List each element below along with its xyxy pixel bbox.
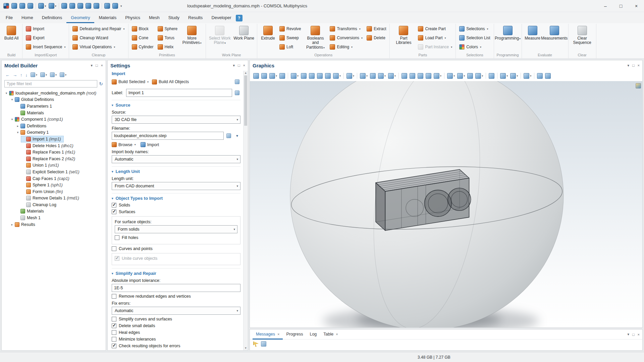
button-build-all[interactable]: Build All [2, 24, 20, 41]
button-conversions[interactable]: Conversions▾ [328, 34, 364, 42]
button-transforms[interactable]: Transforms▾ [328, 24, 364, 33]
tree-item-materials[interactable]: Materials [15, 110, 47, 116]
expand-open-icon[interactable]: ▾ [4, 92, 9, 95]
open-file-button[interactable] [225, 132, 232, 139]
expand-open-icon[interactable]: ▾ [10, 118, 14, 121]
back-button[interactable]: ← [4, 72, 11, 78]
tree-item-sphere-1[interactable]: Sphere 1 (sph1) [21, 182, 65, 188]
open-file-button[interactable] [11, 3, 17, 9]
settings-scrollbar[interactable]: ▲ ▼ [243, 71, 248, 350]
cut-button[interactable] [61, 3, 67, 9]
copy-button[interactable] [69, 3, 75, 9]
rename-button[interactable] [234, 89, 240, 97]
save-as-button[interactable] [28, 3, 33, 9]
length-unit-select[interactable]: From CAD document ▾ [112, 182, 240, 190]
chevron-down-icon[interactable]: ▾ [233, 63, 235, 68]
tree-item-union-1[interactable]: Union 1 (uni1) [21, 162, 62, 169]
close-icon[interactable]: × [336, 332, 338, 336]
tree-item-delete-holes-1[interactable]: Delete Holes 1 (dho1) [21, 142, 76, 149]
help-button[interactable]: ? [236, 15, 243, 21]
snapshot-button[interactable] [536, 72, 543, 79]
move-down-button[interactable]: ↓ [24, 72, 29, 78]
button-extrude[interactable]: Extrude [259, 24, 277, 41]
grid-button[interactable] [488, 72, 495, 79]
checkbox-heal-edges[interactable]: Heal edges [112, 330, 240, 335]
tree-item-loudspeaker-modeling-domains-mph[interactable]: ▾loudspeaker_modeling_domains.mph (root) [4, 90, 99, 97]
button-import[interactable]: Import [24, 24, 67, 33]
customize-quick-access-button[interactable]: ▾ [120, 4, 122, 8]
save-button[interactable] [19, 3, 25, 9]
transparency-button[interactable]: ▾ [457, 72, 466, 79]
button-defeaturing-and-repair[interactable]: Defeaturing and Repair▾ [71, 24, 126, 33]
tree-item-results[interactable]: ▸Results [9, 221, 38, 228]
tree-item-cap-faces-1[interactable]: Cap Faces 1 (cap1) [21, 175, 72, 182]
clip-plane-button[interactable]: ▾ [433, 72, 442, 79]
box-select-button[interactable] [369, 72, 376, 79]
camera-projection-button[interactable] [324, 72, 331, 79]
button-booleans-and-partitions[interactable]: Booleans and Partitions▾ [303, 24, 327, 50]
zoom-in-button[interactable] [253, 72, 260, 79]
button-more-primitives[interactable]: More Primitives▾ [180, 24, 204, 46]
button-create-part[interactable]: Create Part [416, 24, 454, 33]
tree-item-component-1[interactable]: ▾Component 1 (comp1) [9, 116, 65, 123]
filter-button[interactable]: ▾ [59, 72, 67, 77]
close-icon[interactable]: × [101, 63, 103, 67]
tree-item-mesh-1[interactable]: Mesh 1 [15, 215, 43, 221]
float-icon[interactable]: □ [632, 333, 635, 337]
float-icon[interactable]: □ [238, 63, 240, 67]
collapse-expand-button[interactable]: ▾ [49, 72, 58, 77]
tree-item-remove-details-1[interactable]: Remove Details 1 (rmd1) [21, 195, 82, 202]
lasso-select-button[interactable]: ▾ [377, 72, 386, 79]
duplicate-button[interactable] [86, 3, 91, 9]
surface-objects-select[interactable]: Form solids ▾ [115, 225, 237, 233]
tree-item-materials[interactable]: Materials [15, 208, 47, 215]
button-load-part[interactable]: Load Part▾ [416, 34, 454, 42]
menu-tab-geometry[interactable]: Geometry [66, 13, 94, 23]
body-names-select[interactable]: Automatic ▾ [112, 155, 240, 163]
tree-item-global-definitions[interactable]: ▾Global Definitions [9, 97, 57, 103]
build-selected-button[interactable]: Build Selected ▾ [112, 79, 149, 84]
checkbox-solids[interactable]: Solids [112, 203, 240, 207]
tree-item-explicit-selection-1[interactable]: Explicit Selection 1 (sel1) [21, 169, 82, 175]
checkbox-curves-and-points[interactable]: Curves and points [112, 246, 240, 251]
menu-tab-materials[interactable]: Materials [94, 13, 121, 23]
close-icon[interactable]: × [638, 333, 640, 337]
tree-item-import-1[interactable]: Import 1 (imp1) [21, 136, 64, 142]
comsol-app-button[interactable] [3, 3, 9, 9]
redo-button[interactable]: ▾ [49, 3, 57, 9]
build-all-qat-button[interactable] [104, 3, 110, 9]
menu-tab-home[interactable]: Home [17, 13, 38, 23]
button-extract[interactable]: Extract [365, 24, 388, 33]
view-faces-button[interactable] [425, 72, 432, 79]
expand-open-icon[interactable]: ▾ [15, 131, 20, 134]
scroll-up-icon[interactable]: ▲ [244, 71, 248, 74]
button-revolve[interactable]: Revolve [278, 24, 303, 33]
button-export[interactable]: Export [24, 34, 67, 42]
select-mode-button[interactable]: ▾ [359, 72, 368, 79]
button-part-libraries[interactable]: Part Libraries [391, 24, 416, 46]
button-block[interactable]: Block [130, 24, 155, 33]
menu-tab-physics[interactable]: Physics [121, 13, 145, 23]
tab-table[interactable]: Table× [320, 329, 341, 340]
checkbox-simplify-curves[interactable]: Simplify curves and surfaces [112, 317, 240, 321]
maximize-button[interactable]: □ [613, 0, 629, 12]
checkbox-surfaces[interactable]: Surfaces [112, 209, 240, 214]
scroll-down-icon[interactable]: ▼ [244, 347, 248, 350]
close-button[interactable]: × [629, 0, 644, 12]
show-hidden-button[interactable] [409, 72, 416, 79]
selection-colors-button[interactable]: ▾ [499, 72, 508, 79]
environment-reflections-button[interactable]: ▾ [475, 72, 484, 79]
button-cone[interactable]: Cone [130, 34, 155, 42]
menu-tab-developer[interactable]: Developer [207, 13, 235, 23]
tree-item-replace-faces-1[interactable]: Replace Faces 1 (rfa1) [21, 149, 78, 156]
tab-messages[interactable]: Messages× [253, 329, 283, 340]
checkbox-delete-small-details[interactable]: Delete small details [112, 323, 240, 328]
tree-item-parameters-1[interactable]: Parameters 1 [15, 103, 55, 110]
tolerance-input[interactable] [112, 284, 240, 292]
print-button[interactable] [544, 72, 551, 79]
wireframe-rendering-button[interactable]: ▾ [446, 72, 455, 79]
refresh-plot-button[interactable]: ▾ [523, 72, 532, 79]
button-delete[interactable]: Delete [365, 34, 388, 42]
paste-button[interactable] [77, 3, 83, 9]
compute-button[interactable] [112, 3, 118, 9]
